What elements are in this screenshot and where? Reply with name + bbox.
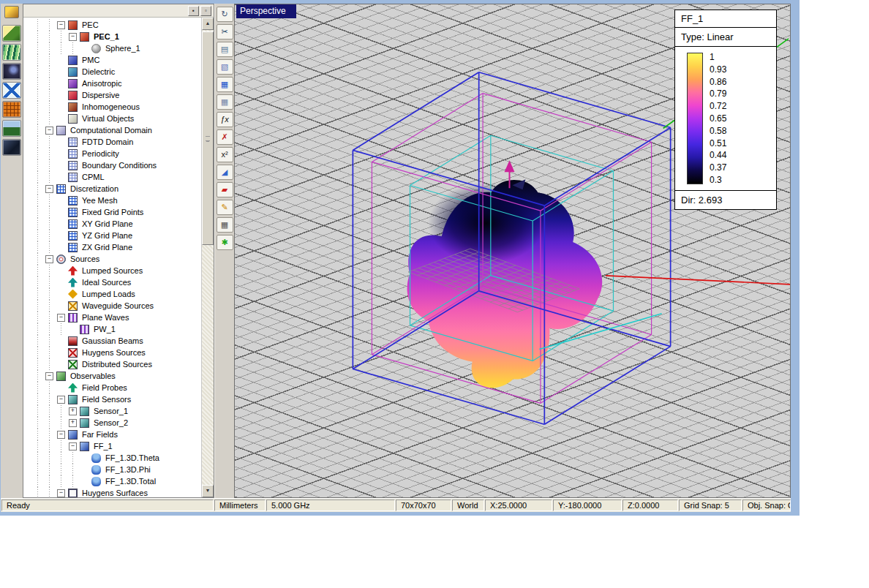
tree-item-lumped-loads[interactable]: Lumped Loads bbox=[32, 288, 201, 300]
bounding-box-icon-glyph: ▧ bbox=[221, 63, 228, 71]
expand-toggle-icon[interactable]: + bbox=[69, 407, 77, 415]
tree-item-pec[interactable]: −PEC bbox=[32, 19, 201, 31]
tree-item-ff-1[interactable]: −FF_1 bbox=[32, 440, 201, 452]
function-icon[interactable]: ƒx bbox=[217, 112, 233, 127]
orange-mesh-icon[interactable] bbox=[2, 101, 21, 118]
tree-item-field-probes[interactable]: Field Probes bbox=[32, 382, 201, 393]
grid-fine-icon[interactable]: ▦ bbox=[217, 77, 233, 92]
tree-item-observables[interactable]: −Observables bbox=[32, 370, 201, 382]
night-render-icon[interactable] bbox=[2, 139, 21, 156]
tree-item-ff-1-3d-theta[interactable]: FF_1.3D.Theta bbox=[32, 452, 201, 464]
tree-item-waveguide-sources[interactable]: Waveguide Sources bbox=[32, 300, 201, 312]
calculator-icon[interactable]: ▦ bbox=[217, 217, 233, 233]
tree-item-lumped-sources[interactable]: Lumped Sources bbox=[32, 265, 201, 276]
grid-coarse-icon[interactable]: ▦ bbox=[217, 94, 233, 110]
tree-item-cpml[interactable]: CPML bbox=[32, 171, 201, 183]
tree-item-periodicity[interactable]: Periodicity bbox=[32, 148, 201, 159]
gridplane-icon bbox=[68, 219, 78, 229]
app-icon[interactable] bbox=[4, 6, 19, 18]
collapse-toggle-icon[interactable]: − bbox=[45, 255, 53, 263]
panel-float-button[interactable]: ▪ bbox=[188, 6, 199, 16]
tree-item-discretization[interactable]: −Discretization bbox=[32, 183, 201, 195]
tree-item-gaussian-beams[interactable]: Gaussian Beams bbox=[32, 335, 201, 347]
tree-item-sensor-2[interactable]: +Sensor_2 bbox=[32, 417, 201, 429]
tree-item-label: YZ Grid Plane bbox=[80, 231, 134, 240]
tree-item-ff-1-3d-phi[interactable]: FF_1.3D.Phi bbox=[32, 464, 201, 475]
sketch-tool-icon[interactable] bbox=[2, 25, 21, 42]
tree-item-computational-domain[interactable]: −Computational Domain bbox=[32, 124, 201, 136]
tree-item-dielectric[interactable]: Dielectric bbox=[32, 66, 201, 78]
tree-item-ideal-sources[interactable]: Ideal Sources bbox=[32, 276, 201, 288]
tree-item-boundary-conditions[interactable]: Boundary Conditions bbox=[32, 159, 201, 171]
waveguide-icon bbox=[68, 301, 78, 311]
tree-item-inhomogeneous[interactable]: Inhomogeneous bbox=[32, 101, 201, 113]
bounding-box-icon[interactable]: ▧ bbox=[217, 59, 233, 75]
tree-item-huygens-sources[interactable]: Huygens Sources bbox=[32, 347, 201, 358]
collapse-toggle-icon[interactable]: − bbox=[57, 21, 65, 29]
tree-guide bbox=[44, 429, 56, 440]
tree-item-anisotropic[interactable]: Anisotropic bbox=[32, 78, 201, 89]
scrollbar-track[interactable] bbox=[202, 30, 214, 485]
collapse-toggle-icon[interactable]: − bbox=[45, 372, 53, 380]
collapse-toggle-icon[interactable]: − bbox=[57, 396, 65, 404]
tree-item-ff-1-3d-total[interactable]: FF_1.3D.Total bbox=[32, 475, 201, 487]
scrollbar-thumb[interactable] bbox=[202, 31, 214, 245]
tree-guide bbox=[32, 347, 44, 358]
tree-item-zx-grid-plane[interactable]: ZX Grid Plane bbox=[32, 241, 201, 253]
domain-icon bbox=[56, 126, 66, 135]
tree-item-pw-1[interactable]: PW_1 bbox=[32, 323, 201, 335]
viewport-3d[interactable]: Perspective bbox=[234, 4, 791, 498]
collapse-toggle-icon[interactable]: − bbox=[69, 33, 77, 41]
tree-item-pec-1[interactable]: −PEC_1 bbox=[32, 31, 201, 42]
cut-plane-icon[interactable]: ✂ bbox=[217, 24, 233, 39]
terrain-waves-icon[interactable] bbox=[2, 44, 21, 61]
collapse-toggle-icon[interactable]: − bbox=[69, 442, 77, 451]
panel-hide-button[interactable]: ▫ bbox=[200, 6, 211, 16]
tree-item-dispersive[interactable]: Dispersive bbox=[32, 89, 201, 101]
tree-item-field-sensors[interactable]: −Field Sensors bbox=[32, 393, 201, 405]
axes-view-icon[interactable] bbox=[2, 82, 21, 99]
layers-icon[interactable]: ▤ bbox=[217, 42, 233, 57]
galaxy-view-icon[interactable] bbox=[2, 63, 21, 80]
tree-item-distributed-sources[interactable]: Distributed Sources bbox=[32, 358, 201, 370]
tree-scrollbar[interactable]: ▲ ▼ bbox=[201, 18, 214, 497]
x-squared-icon[interactable]: x² bbox=[217, 147, 233, 162]
tree-guide bbox=[44, 42, 56, 54]
tree-item-sources[interactable]: −Sources bbox=[32, 253, 201, 265]
tree-item-yz-grid-plane[interactable]: YZ Grid Plane bbox=[32, 230, 201, 241]
tree-item-fixed-grid-points[interactable]: Fixed Grid Points bbox=[32, 206, 201, 218]
tree-guide bbox=[44, 78, 56, 89]
measure-icon[interactable]: ◢ bbox=[217, 165, 233, 180]
tree-item-label: Gaussian Beams bbox=[80, 336, 145, 345]
tree-item-sphere-1[interactable]: Sphere_1 bbox=[32, 42, 201, 54]
edit-icon[interactable]: ✎ bbox=[217, 200, 233, 215]
collapse-toggle-icon[interactable]: − bbox=[45, 185, 53, 193]
sphere-icon bbox=[91, 44, 101, 53]
tree-item-fdtd-domain[interactable]: FDTD Domain bbox=[32, 136, 201, 148]
collapse-toggle-icon[interactable]: − bbox=[57, 489, 65, 497]
tree-item-xy-grid-plane[interactable]: XY Grid Plane bbox=[32, 218, 201, 230]
tree-item-yee-mesh[interactable]: Yee Mesh bbox=[32, 195, 201, 206]
tree-item-plane-waves[interactable]: −Plane Waves bbox=[32, 312, 201, 323]
legend-tick: 0.93 bbox=[710, 65, 726, 74]
collapse-toggle-icon[interactable]: − bbox=[57, 314, 65, 322]
highlight-icon[interactable]: ▰ bbox=[217, 182, 233, 197]
tree-item-far-fields[interactable]: −Far Fields bbox=[32, 429, 201, 440]
scroll-down-icon[interactable]: ▼ bbox=[202, 485, 214, 497]
tree-item-label: Huygens Surfaces bbox=[80, 489, 149, 497]
orbit-tool-icon[interactable]: ↻ bbox=[217, 7, 233, 22]
collapse-toggle-icon[interactable]: − bbox=[57, 431, 65, 439]
tree-item-sensor-1[interactable]: +Sensor_1 bbox=[32, 405, 201, 417]
tree-scene-icon[interactable] bbox=[2, 120, 21, 137]
tree-item-pmc[interactable]: PMC bbox=[32, 54, 201, 66]
huygenssurf-icon bbox=[68, 489, 78, 498]
tree-guide bbox=[32, 253, 44, 265]
run-icon[interactable]: ✱ bbox=[217, 235, 233, 250]
delete-x-icon[interactable]: ✗ bbox=[217, 129, 233, 145]
tree-item-virtual-objects[interactable]: Virtual Objects bbox=[32, 113, 201, 124]
scroll-up-icon[interactable]: ▲ bbox=[202, 18, 214, 30]
tree-item-huygens-surfaces[interactable]: −Huygens Surfaces bbox=[32, 487, 201, 497]
collapse-toggle-icon[interactable]: − bbox=[45, 127, 53, 135]
expand-toggle-icon[interactable]: + bbox=[69, 419, 77, 427]
status-segment-8: Grid Snap: 5 bbox=[679, 500, 742, 511]
